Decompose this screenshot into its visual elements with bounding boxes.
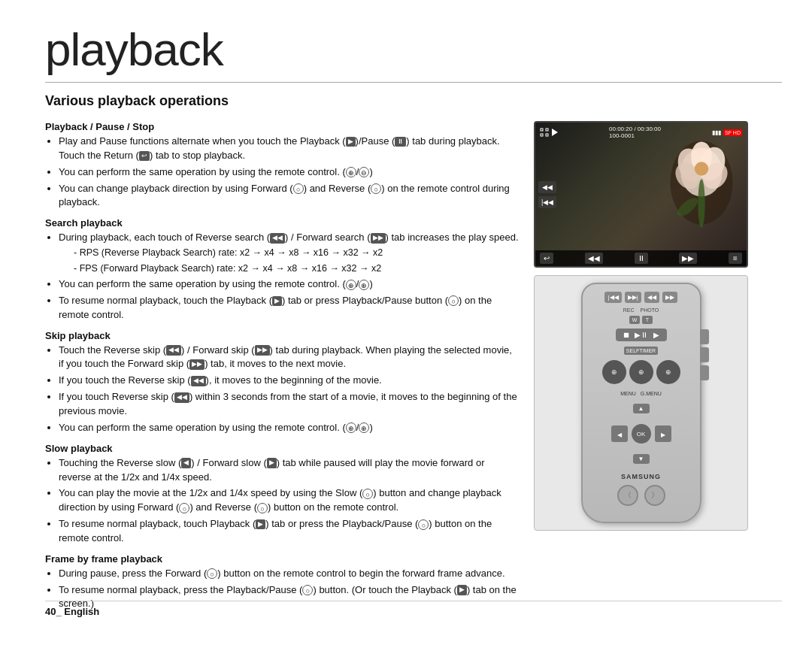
remote-side-btn-3[interactable] — [700, 365, 709, 380]
svg-point-7 — [695, 162, 708, 175]
bullet-item: You can perform the same operation by us… — [59, 165, 519, 180]
flower-image — [664, 138, 739, 228]
return-icon: ↩ — [139, 151, 150, 162]
forward-icon: ○ — [293, 183, 304, 194]
remote-playpause-btn[interactable]: ▶⏸ — [635, 331, 648, 339]
remote-side-buttons — [700, 329, 709, 380]
remote-circle-1[interactable]: ⊕ — [602, 360, 626, 384]
text-column: Playback / Pause / Stop Play and Pause f… — [45, 114, 519, 614]
svg-rect-11 — [546, 129, 548, 131]
remote-btn-prev[interactable]: |◀◀ — [604, 292, 621, 303]
right-side-row: W T — [629, 316, 653, 324]
rev-slow-icon: ◀ — [181, 458, 191, 468]
circle-icon: ⊕ — [359, 280, 369, 290]
remote-circle-3[interactable]: ⊕ — [656, 360, 680, 384]
cam-next-btn[interactable]: ▶▶ — [679, 253, 697, 264]
bullet-item: You can perform the same operation by us… — [59, 277, 519, 292]
dpad-left[interactable]: ◀ — [611, 425, 628, 442]
remote-circle-2[interactable]: ⊕ — [629, 360, 653, 384]
remote-side-btn-1[interactable] — [700, 329, 709, 344]
bullet-item: You can play the movie at the 1/2x and 1… — [59, 486, 519, 515]
svg-point-8 — [698, 179, 704, 228]
dpad-down[interactable]: ▼ — [633, 454, 650, 464]
cam-side-btn-1[interactable]: ◀◀ — [538, 181, 556, 193]
subsection-title-3: Skip playback — [45, 330, 519, 341]
cam-bottom-controls: ↩ ◀◀ ⏸ ▶▶ ≡ — [535, 250, 747, 266]
rev-search-icon: ◀◀ — [270, 233, 285, 244]
remote-ff-btn[interactable]: ▶ — [650, 331, 662, 339]
rev-skip-icon: ◀◀ — [166, 345, 181, 356]
pause-icon: ⏸ — [395, 137, 406, 147]
tele-btn[interactable]: T — [642, 316, 653, 324]
arc-left-btn[interactable]: 〈 — [617, 485, 638, 506]
cam-pause-btn[interactable]: ⏸ — [635, 253, 648, 264]
remote-stop-btn[interactable]: ⏹ — [620, 331, 632, 339]
fwd-icon: ○ — [179, 503, 189, 513]
bullet-item: During playback, each touch of Reverse s… — [59, 231, 519, 275]
rev-skip-icon3: ◀◀ — [174, 392, 189, 403]
bullet-list-4: Touching the Reverse slow (◀) / Forward … — [45, 456, 519, 546]
section-slow-playback: Slow playback Touching the Reverse slow … — [45, 443, 519, 546]
circle-btns-row: ⊕ ⊕ ⊕ — [602, 360, 680, 384]
self-timer-btn[interactable]: SELFTIMER — [624, 347, 658, 355]
svg-rect-13 — [546, 134, 548, 136]
svg-rect-10 — [541, 129, 543, 131]
svg-rect-12 — [541, 134, 543, 136]
cam-timecode: 00:00:20 / 00:30:00 100-0001 — [609, 126, 661, 139]
sub-item: RPS (Reverse Playback Search) rate: x2 →… — [74, 247, 519, 260]
rev-skip-icon2: ◀◀ — [191, 376, 206, 386]
cam-menu-btn[interactable]: ≡ — [729, 253, 742, 264]
playback-icon: ▶ — [346, 137, 356, 147]
rev-icon: ○ — [257, 503, 268, 513]
section-search-playback: Search playback During playback, each to… — [45, 217, 519, 322]
cam-icons-top: ▮▮▮ SF HD — [712, 129, 742, 136]
remote-top-buttons: |◀◀ ▶▶| ◀◀ ▶▶ — [604, 292, 677, 303]
cam-return-btn[interactable]: ↩ — [540, 253, 553, 264]
pp-icon: ○ — [418, 519, 429, 530]
menu-labels: MENU G.MENU — [620, 391, 662, 396]
camera-top-bar: 00:00:20 / 00:30:00 100-0001 ▮▮▮ SF HD — [540, 126, 742, 139]
remote-btn-fwd[interactable]: ▶▶| — [625, 292, 641, 303]
subsection-title-4: Slow playback — [45, 443, 519, 454]
sub-item: FPS (Forward Playback Search) rate: x2 →… — [74, 262, 519, 276]
circle-icon: ⊕ — [346, 422, 356, 433]
remote-control: |◀◀ ▶▶| ◀◀ ▶▶ REC PHOTO W T — [581, 283, 701, 523]
remote-btn-next[interactable]: ▶▶ — [662, 292, 677, 303]
slow-icon: ○ — [362, 489, 373, 499]
rec-label: REC — [623, 307, 635, 313]
camera-screen: 00:00:20 / 00:30:00 100-0001 ▮▮▮ SF HD ◀… — [534, 121, 748, 268]
dpad-up[interactable]: ▲ — [633, 404, 650, 413]
fwd-skip-icon: ▶▶ — [255, 345, 270, 356]
arc-right-btn[interactable]: 〉 — [644, 485, 665, 506]
fwd-circle-icon: ○ — [207, 568, 217, 579]
fwd-skip-icon2: ▶▶ — [189, 359, 205, 370]
menu-label: MENU — [620, 391, 636, 396]
sub-list: RPS (Reverse Playback Search) rate: x2 →… — [59, 247, 519, 275]
dpad-right[interactable]: ▶ — [655, 425, 671, 442]
play-icon3: ▶ — [457, 585, 467, 595]
content-area: Playback / Pause / Stop Play and Pause f… — [45, 114, 782, 614]
remote-btn-rev[interactable]: ◀◀ — [644, 292, 659, 303]
subsection-title-1: Playback / Pause / Stop — [45, 121, 519, 132]
circle-icon: ⊕ — [359, 422, 369, 433]
pp-circle-icon: ○ — [302, 585, 313, 595]
bullet-item: During pause, press the Forward (○) butt… — [59, 567, 519, 581]
circle-icon: ⊕ — [346, 280, 356, 290]
bullet-item: To resume normal playback, touch the Pla… — [59, 294, 519, 322]
circle-icon: ⊕ — [346, 167, 356, 177]
bullet-item: To resume normal playback, touch Playbac… — [59, 517, 519, 546]
cam-prev-btn[interactable]: ◀◀ — [585, 253, 603, 264]
pause-circle-icon: ○ — [448, 295, 459, 306]
section-skip-playback: Skip playback Touch the Reverse skip (◀◀… — [45, 330, 519, 435]
gmenu-label: G.MENU — [641, 391, 662, 396]
cam-side-btn-2[interactable]: |◀◀ — [538, 196, 556, 208]
focus-icon — [540, 128, 549, 137]
remote-brand: SAMSUNG — [621, 473, 661, 480]
small-btn-row-1: SELFTIMER — [624, 347, 658, 355]
dpad-ok[interactable]: OK — [632, 424, 651, 444]
remote-side-btn-2[interactable] — [700, 347, 709, 362]
bullet-item: If you touch the Reverse skip (◀◀), it m… — [59, 374, 519, 388]
footer-text: 40_ English — [45, 606, 99, 617]
page-footer: 40_ English — [45, 601, 782, 617]
zoom-btn[interactable]: W — [629, 316, 640, 324]
